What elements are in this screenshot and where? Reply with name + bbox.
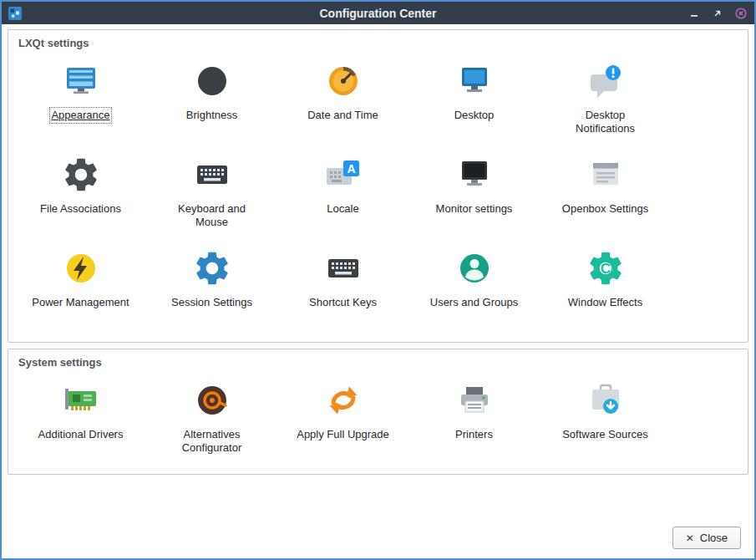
launcher-label: Users and Groups <box>430 296 519 309</box>
restore-button[interactable] <box>711 7 724 20</box>
launcher-shortcut-keys[interactable]: Shortcut Keys <box>277 242 408 335</box>
software-sources-icon <box>586 380 626 420</box>
launcher-users-and-groups[interactable]: Users and Groups <box>408 242 540 335</box>
launcher-locale[interactable]: ALocale <box>277 148 408 242</box>
launcher-desktop[interactable]: Desktop <box>408 54 540 148</box>
launcher-label: Session Settings <box>171 296 252 309</box>
launcher-label: Apply Full Upgrade <box>297 428 389 441</box>
desktop-notifications-icon <box>586 61 626 101</box>
launcher-openbox-settings[interactable]: Openbox Settings <box>540 148 671 242</box>
launcher-power-management[interactable]: Power Management <box>15 242 146 335</box>
launcher-label: Shortcut Keys <box>309 296 377 309</box>
monitor-icon <box>454 155 495 195</box>
launcher-label: Openbox Settings <box>562 202 648 216</box>
launcher-label: Date and Time <box>307 109 378 122</box>
launcher-label: Monitor settings <box>436 202 513 216</box>
close-icon: ✕ <box>686 532 694 544</box>
session-gear-icon <box>192 248 232 288</box>
minimize-button[interactable] <box>688 7 701 20</box>
power-bolt-icon <box>61 248 101 288</box>
launcher-label: Power Management <box>32 296 129 309</box>
svg-text:C: C <box>600 261 610 277</box>
system-settings-group-title: System settings <box>12 351 744 370</box>
launcher-label: Additional Drivers <box>38 428 124 441</box>
launcher-label: File Associations <box>40 202 121 216</box>
system-settings-group: System settings Additional DriversAltern… <box>8 349 748 475</box>
close-button-label: Close <box>700 532 728 544</box>
launcher-desktop-notifications[interactable]: Desktop Notifications <box>540 54 671 148</box>
date-time-icon <box>323 61 363 101</box>
appearance-icon <box>61 61 101 101</box>
launcher-monitor-settings[interactable]: Monitor settings <box>408 148 540 242</box>
app-icon <box>8 7 22 20</box>
launcher-label: Printers <box>455 428 493 441</box>
openbox-icon <box>586 155 626 195</box>
launcher-appearance[interactable]: Appearance <box>15 54 146 148</box>
launcher-label: Brightness <box>186 109 237 122</box>
upgrade-arrows-icon <box>323 380 363 420</box>
launcher-brightness[interactable]: Brightness <box>146 54 277 148</box>
launcher-additional-drivers[interactable]: Additional Drivers <box>15 374 146 467</box>
footer: ✕ Close <box>8 520 748 558</box>
launcher-file-associations[interactable]: File Associations <box>15 148 146 242</box>
titlebar-controls <box>688 7 748 20</box>
launcher-window-effects[interactable]: CWindow Effects <box>540 242 671 335</box>
keyboard-icon <box>192 155 232 195</box>
launcher-software-sources[interactable]: Software Sources <box>540 374 671 467</box>
system-settings-grid: Additional DriversAlternatives Configura… <box>12 370 744 467</box>
configuration-center-window: Configuration Center LXQt settings Appea… <box>0 0 756 560</box>
shortcut-keys-icon <box>323 248 363 288</box>
launcher-session-settings[interactable]: Session Settings <box>146 242 277 335</box>
lxqt-settings-group: LXQt settings AppearanceBrightnessDate a… <box>8 29 748 343</box>
launcher-date-and-time[interactable]: Date and Time <box>277 54 408 148</box>
locale-icon: A <box>323 155 363 195</box>
drivers-card-icon <box>61 380 101 420</box>
alternatives-icon <box>192 380 232 420</box>
window-effects-gear-icon: C <box>586 248 626 288</box>
window-title: Configuration Center <box>2 7 754 20</box>
launcher-alternatives-configurator[interactable]: Alternatives Configurator <box>146 374 277 467</box>
printer-icon <box>454 380 495 420</box>
launcher-keyboard-and-mouse[interactable]: Keyboard and Mouse <box>146 148 277 242</box>
launcher-apply-full-upgrade[interactable]: Apply Full Upgrade <box>277 374 408 467</box>
launcher-label: Software Sources <box>562 428 648 441</box>
lxqt-settings-grid: AppearanceBrightnessDate and TimeDesktop… <box>12 51 744 335</box>
launcher-printers[interactable]: Printers <box>408 374 540 467</box>
titlebar[interactable]: Configuration Center <box>2 2 754 24</box>
brightness-icon <box>192 61 232 101</box>
launcher-label: Locale <box>327 202 358 216</box>
launcher-label: Appearance <box>51 109 109 122</box>
launcher-label: Keyboard and Mouse <box>161 202 263 230</box>
launcher-label: Desktop <box>454 109 495 122</box>
launcher-label: Window Effects <box>568 296 642 309</box>
spacer <box>8 481 748 520</box>
file-associations-gear-icon <box>61 155 101 195</box>
lxqt-settings-group-title: LXQt settings <box>12 32 744 51</box>
launcher-label: Alternatives Configurator <box>161 428 263 456</box>
svg-text:A: A <box>347 162 355 176</box>
window-close-button[interactable] <box>734 7 748 20</box>
content-area: LXQt settings AppearanceBrightnessDate a… <box>2 24 754 558</box>
launcher-label: Desktop Notifications <box>555 109 657 136</box>
users-icon <box>454 248 495 288</box>
desktop-icon <box>454 61 495 101</box>
close-button[interactable]: ✕ Close <box>672 527 741 549</box>
